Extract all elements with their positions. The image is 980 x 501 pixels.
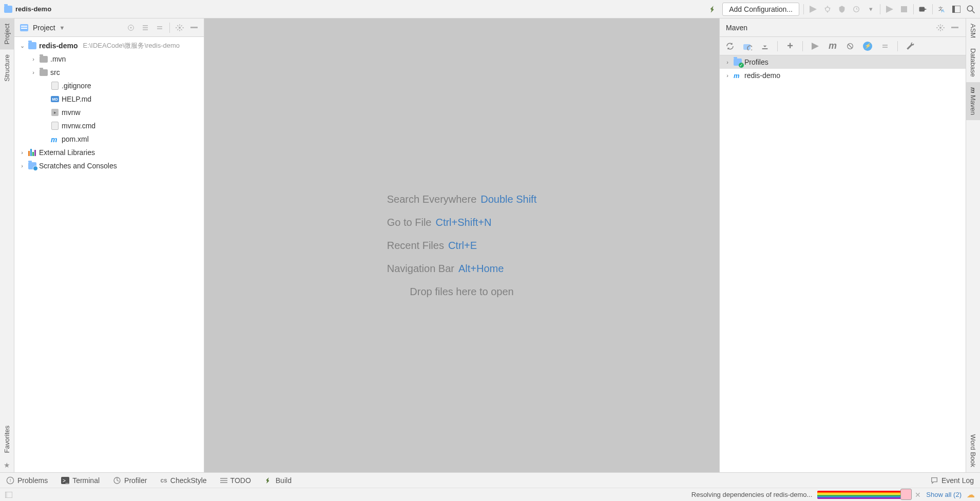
chevron-right-icon[interactable]: › [30,69,37,75]
skip-tests-icon[interactable] [845,41,855,51]
maven-m-icon[interactable]: m [828,41,838,51]
search-icon[interactable] [966,4,976,14]
svg-point-0 [825,7,830,11]
add-configuration-button[interactable]: Add Configuration... [722,3,799,16]
profiles-icon [734,59,742,66]
wrench-icon[interactable] [905,41,915,51]
hint-navbar: Navigation Bar Alt+Home [387,263,537,275]
tree-file-gitignore[interactable]: .gitignore [14,79,204,92]
debug-icon[interactable] [822,4,833,14]
tree-root[interactable]: ⌄ redis-demo E:\IDEACode\微服务\redis-demo [14,39,204,52]
separator [803,4,804,14]
bolt-icon: ⚡ [863,42,872,51]
maven-title: Maven [726,24,747,32]
maven-profiles-node[interactable]: › Profiles [720,55,966,69]
chevron-right-icon[interactable]: › [18,149,26,156]
layout-icon[interactable] [951,4,962,14]
run-icon[interactable] [810,41,820,51]
coverage-icon[interactable] [837,4,847,14]
project-view-icon [20,24,29,32]
locate-icon[interactable] [126,23,136,32]
project-panel-title: Project [33,24,55,32]
status-message: Resolving dependencies of redis-demo... [691,491,813,498]
tree-scratches[interactable]: › Scratches and Consoles [14,159,204,172]
problems-button[interactable]: ! Problems [6,476,48,485]
stop-icon[interactable] [899,4,909,14]
profiler-button[interactable]: Profiler [113,476,147,485]
maven-tab[interactable]: m Maven [966,82,980,121]
status-bar: Resolving dependencies of redis-demo... … [0,488,980,501]
chevron-right-icon[interactable]: › [724,59,731,65]
translate-icon[interactable]: 文A [937,4,947,14]
library-icon [28,149,36,156]
tree-file-pom[interactable]: m pom.xml [14,132,204,146]
collapse-all-icon[interactable] [155,23,164,32]
hide-icon[interactable] [950,23,959,32]
project-name: redis-demo [15,5,51,13]
chevron-right-icon[interactable]: › [30,56,37,62]
top-navbar: redis-demo Add Configuration... ▾ 文A [0,0,980,18]
tree-label: src [50,68,60,76]
hint-recent: Recent Files Ctrl+E [387,240,537,252]
chevron-right-icon[interactable]: › [18,163,26,169]
build-icon[interactable] [708,4,718,14]
hide-icon[interactable] [189,23,199,32]
project-tree: ⌄ redis-demo E:\IDEACode\微服务\redis-demo … [14,37,204,472]
hint-shortcut: Ctrl+Shift+N [435,217,491,228]
terminal-button[interactable]: >_ Terminal [61,476,100,485]
hint-label: Drop files here to open [410,286,513,298]
checkstyle-button[interactable]: cs CheckStyle [160,476,206,485]
event-log-button[interactable]: Event Log [930,476,974,485]
maven-project-node[interactable]: › m redis-demo [720,69,966,82]
reload-icon[interactable] [725,41,735,51]
wordbook-tab[interactable]: Word Book [966,429,980,472]
svg-text:!: ! [10,478,11,483]
tree-folder-mvn[interactable]: › .mvn [14,52,204,66]
run-icon[interactable] [808,4,818,14]
project-tab[interactable]: Project [0,18,14,49]
svg-rect-7 [919,7,925,11]
show-all-link[interactable]: Show all (2) [926,491,962,498]
chevron-down-icon[interactable]: ▾ [866,4,876,14]
hint-drop: Drop files here to open [387,286,537,298]
collapse-icon[interactable] [880,41,890,51]
button-label: TODO [230,476,251,485]
separator [913,4,914,14]
tree-folder-src[interactable]: › src [14,66,204,79]
chevron-down-icon[interactable]: ▼ [60,25,65,31]
expand-all-icon[interactable] [141,23,150,32]
generate-sources-icon[interactable] [742,41,753,51]
asm-tab[interactable]: ASM [966,18,980,43]
main-area: Project Structure Favorites ★ Project ▼ [0,18,980,472]
left-rail: Project Structure Favorites ★ [0,18,14,472]
editor-area[interactable]: Search Everywhere Double Shift Go to Fil… [204,18,719,472]
tree-file-help[interactable]: MD HELP.md [14,92,204,106]
profiler-run-icon[interactable] [851,4,861,14]
todo-button[interactable]: TODO [220,476,251,485]
favorites-tab[interactable]: Favorites [0,420,14,458]
tree-file-mvnw[interactable]: ▸ mvnw [14,106,204,119]
chevron-right-icon[interactable]: › [724,72,731,79]
hint-search: Search Everywhere Double Shift [387,194,537,205]
tree-label: mvnw [62,108,81,117]
hint-label: Navigation Bar [387,263,454,275]
database-tab[interactable]: Database [966,43,980,82]
cloud-icon[interactable]: ☁ [967,490,975,499]
download-sources-icon[interactable] [760,41,770,51]
breadcrumb[interactable]: redis-demo [4,5,708,13]
gear-icon[interactable] [936,23,945,32]
tool-window-icon[interactable] [5,492,13,498]
cancel-icon[interactable]: ✕ [915,491,921,499]
build-button[interactable]: Build [264,476,292,485]
add-icon[interactable]: + [785,41,795,51]
structure-tab[interactable]: Structure [0,49,14,87]
folder-icon [40,69,48,76]
run-arrow-icon[interactable] [885,4,895,14]
tree-file-mvnwcmd[interactable]: mvnw.cmd [14,119,204,132]
tree-external-libraries[interactable]: › External Libraries [14,146,204,159]
shell-icon: ▸ [51,109,59,116]
chevron-down-icon[interactable]: ⌄ [18,43,26,49]
gear-icon[interactable] [175,23,184,32]
git-icon[interactable] [918,4,928,14]
offline-icon[interactable]: ⚡ [862,41,873,51]
